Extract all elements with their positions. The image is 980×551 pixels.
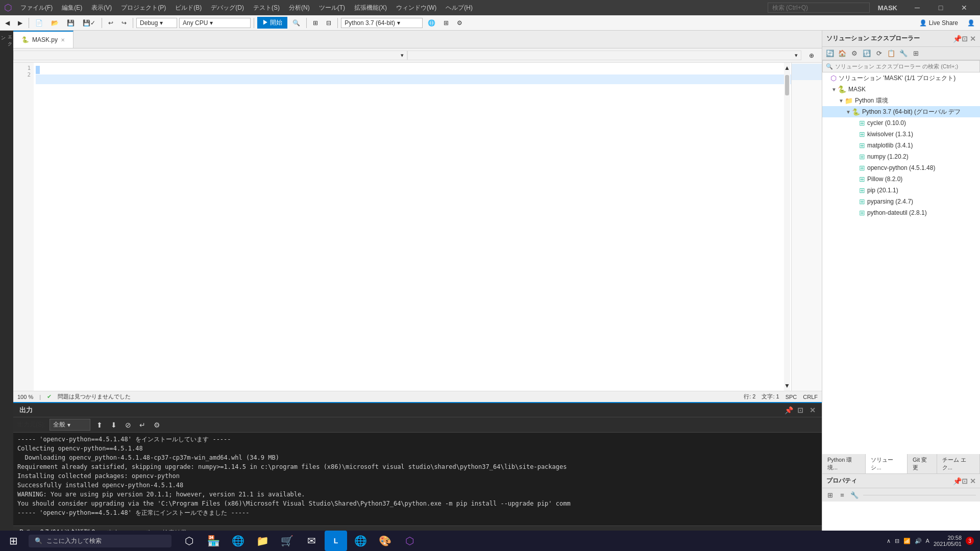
se-bottom-tab[interactable]: チーム エク... (937, 454, 980, 473)
taskbar-app-store[interactable]: 🏪 (202, 531, 225, 551)
se-btn-home[interactable]: 🏠 (837, 48, 848, 59)
taskbar-app-explorer[interactable]: 📁 (251, 531, 274, 551)
props-close-button[interactable]: ✕ (970, 477, 976, 485)
se-bottom-tab[interactable]: ソリューシ... (866, 454, 907, 473)
taskbar-app-store2[interactable]: 🛒 (276, 531, 298, 551)
se-bottom-tab[interactable]: Python 環境... (822, 454, 866, 473)
taskbar-chevron-up[interactable]: ∧ (887, 538, 891, 544)
tree-item-package[interactable]: ⊞opencv-python (4.5.1.48) (822, 162, 980, 173)
tree-item-package[interactable]: ⊞matplotlib (3.4.1) (822, 140, 980, 151)
profile-button[interactable]: 🔍 (289, 18, 303, 28)
save-all-button[interactable]: 💾✓ (80, 18, 99, 28)
open-button[interactable]: 📂 (48, 18, 62, 28)
tree-item-project[interactable]: ▼🐍MASK (822, 84, 980, 95)
taskbar-search[interactable]: 🔍 ここに入力して検索 (29, 535, 172, 547)
breadcrumb-dropdown1[interactable]: ▾ (13, 51, 407, 60)
python-version-dropdown[interactable]: Python 3.7 (64-bit) ▾ (341, 18, 423, 28)
se-btn-refresh[interactable]: ⟳ (873, 48, 885, 59)
tab-close-button[interactable]: ✕ (61, 37, 65, 43)
se-pin-button[interactable]: 📌 (953, 35, 962, 43)
title-search-input[interactable] (768, 3, 870, 13)
nav-forward-button[interactable]: ▶ (15, 18, 26, 28)
output-btn1[interactable]: ⬆ (94, 420, 105, 430)
taskbar-network[interactable]: 📶 (903, 538, 911, 544)
taskbar-action-center[interactable]: ⊟ (895, 538, 899, 544)
nav-back-button[interactable]: ◀ (2, 18, 13, 28)
output-close-button[interactable]: ✕ (810, 406, 816, 414)
save-button[interactable]: 💾 (64, 18, 78, 28)
tree-item-solution[interactable]: ⬡ソリューション 'MASK' (1/1 プロジェクト) (822, 72, 980, 84)
props-btn1[interactable]: ⊞ (824, 489, 836, 500)
se-close-button[interactable]: ✕ (970, 35, 976, 43)
menu-view[interactable]: 表示(V) (87, 2, 116, 14)
taskbar-app-mail[interactable]: ✉ (300, 531, 323, 551)
tree-item-package[interactable]: ⊞cycler (0.10.0) (822, 117, 980, 129)
env-button[interactable]: 🌐 (425, 18, 438, 28)
tree-item-folder[interactable]: ▼📁Python 環境 (822, 95, 980, 106)
editor-tab-mask[interactable]: 🐍 MASK.py ✕ (13, 31, 74, 48)
se-float-button[interactable]: ⊡ (962, 35, 968, 43)
tree-item-package[interactable]: ⊞Pillow (8.2.0) (822, 173, 980, 185)
layout2-button[interactable]: ⊟ (323, 18, 334, 28)
menu-test[interactable]: テスト(S) (249, 2, 284, 14)
props-btn2[interactable]: ≡ (837, 489, 848, 500)
taskbar-app-chrome[interactable]: 🌐 (349, 531, 372, 551)
taskbar-app-search[interactable]: ⬡ (178, 531, 200, 551)
se-bottom-tab[interactable]: Git 変更 (908, 454, 937, 473)
se-btn-more[interactable]: ⊞ (910, 48, 921, 59)
debug-mode-dropdown[interactable]: Debug ▾ (136, 18, 177, 28)
taskbar-volume[interactable]: 🔊 (915, 538, 922, 544)
code-editor[interactable] (34, 63, 822, 391)
new-project-button[interactable]: 📄 (32, 18, 46, 28)
output-wrap-btn[interactable]: ↵ (137, 420, 148, 430)
redo-button[interactable]: ↪ (118, 18, 130, 28)
output-filter-btn[interactable]: ⚙ (152, 420, 162, 430)
live-share-button[interactable]: 👤 Live Share (915, 18, 962, 28)
cpu-dropdown[interactable]: Any CPU ▾ (179, 18, 251, 28)
start-button[interactable]: ⊞ (0, 531, 27, 551)
undo-button[interactable]: ↩ (105, 18, 116, 28)
tree-item-package[interactable]: ⊞pyparsing (2.4.7) (822, 196, 980, 207)
split-editor-button[interactable]: ⊕ (801, 52, 822, 59)
user-icon-button[interactable]: 👤 (964, 18, 978, 28)
se-search-input[interactable] (835, 63, 976, 69)
output-source-dropdown[interactable]: 全般 ▾ (50, 419, 90, 431)
props-float-button[interactable]: ⊡ (962, 477, 968, 485)
tree-item-package[interactable]: ⊞kiwisolver (1.3.1) (822, 129, 980, 140)
output-pin-button[interactable]: 📌 (785, 406, 793, 414)
taskbar-clock[interactable]: 20:58 2021/05/01 (934, 535, 962, 547)
se-btn-filter[interactable]: 🔃 (861, 48, 872, 59)
tree-item-env[interactable]: ▼🐍Python 3.7 (64-bit) (グローバル デフ (822, 106, 980, 117)
maximize-button[interactable]: □ (929, 0, 952, 15)
menu-project[interactable]: プロジェクト(P) (117, 2, 170, 14)
layout-button[interactable]: ⊞ (310, 18, 321, 28)
se-btn-settings[interactable]: ⚙ (849, 48, 860, 59)
scroll-up-arrow[interactable]: ▲ (784, 63, 790, 73)
scroll-thumb[interactable] (785, 75, 789, 95)
menu-analyze[interactable]: 分析(N) (285, 2, 314, 14)
output-btn3[interactable]: ⊘ (123, 420, 133, 430)
menu-help[interactable]: ヘルプ(H) (442, 2, 477, 14)
grid-button[interactable]: ⊞ (440, 18, 452, 28)
tree-item-package[interactable]: ⊞pip (20.1.1) (822, 185, 980, 196)
taskbar-app-edge[interactable]: 🌐 (227, 531, 249, 551)
close-button[interactable]: ✕ (952, 0, 976, 15)
taskbar-app-l[interactable]: L (325, 531, 347, 551)
settings-button[interactable]: ⚙ (454, 18, 465, 28)
scroll-down-arrow[interactable]: ▼ (784, 381, 790, 391)
props-btn3[interactable]: 🔧 (849, 489, 860, 500)
menu-debug[interactable]: デバッグ(D) (207, 2, 248, 14)
tree-item-package[interactable]: ⊞numpy (1.20.2) (822, 151, 980, 162)
menu-tools[interactable]: ツール(T) (315, 2, 349, 14)
editor-scrollbar[interactable]: ▲ ▼ (784, 63, 790, 391)
output-btn2[interactable]: ⬇ (109, 420, 119, 430)
taskbar-lang[interactable]: A (926, 538, 929, 544)
se-btn-sync[interactable]: 🔄 (824, 48, 836, 59)
minimize-button[interactable]: ─ (905, 0, 929, 15)
menu-extensions[interactable]: 拡張機能(X) (350, 2, 391, 14)
props-pin-button[interactable]: 📌 (953, 477, 962, 485)
se-btn-prop[interactable]: 📋 (886, 48, 897, 59)
start-button[interactable]: ▶ 開始 (257, 17, 287, 29)
taskbar-app-paint[interactable]: 🎨 (374, 531, 396, 551)
menu-edit[interactable]: 編集(E) (58, 2, 86, 14)
